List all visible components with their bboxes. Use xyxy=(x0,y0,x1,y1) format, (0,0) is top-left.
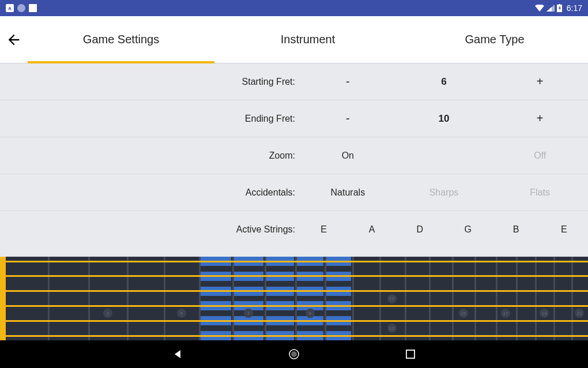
string-option-a[interactable]: A xyxy=(348,224,395,235)
fret-line xyxy=(405,257,406,340)
fret-line xyxy=(325,257,326,340)
string-line xyxy=(6,261,588,262)
tab-label: Instrument xyxy=(281,33,335,46)
fret-line xyxy=(88,257,90,340)
accidentals-option-sharps[interactable]: Sharps xyxy=(396,187,492,198)
fret-line xyxy=(535,257,537,340)
fret-line xyxy=(295,257,297,340)
string-line xyxy=(6,290,588,292)
row-label: Starting Fret: xyxy=(0,77,300,87)
fret-line xyxy=(48,257,50,340)
starting-fret-value: 6 xyxy=(396,76,492,88)
row-active-strings: Active Strings: E A D G B E xyxy=(0,211,588,248)
back-arrow-icon xyxy=(6,32,22,48)
ending-fret-decrement[interactable]: - xyxy=(300,112,396,125)
fret-line xyxy=(452,257,454,340)
fret-marker: 3 xyxy=(103,309,112,318)
clock-text: 6:17 xyxy=(567,3,582,13)
string-line xyxy=(6,275,588,277)
ending-fret-stepper: - 10 + xyxy=(300,112,588,125)
fret-line xyxy=(232,257,234,340)
row-ending-fret: Ending Fret: - 10 + xyxy=(0,100,588,137)
starting-fret-increment[interactable]: + xyxy=(492,75,588,88)
string-option-d[interactable]: D xyxy=(396,224,444,235)
cell-signal-icon xyxy=(546,5,555,12)
fret-line xyxy=(429,257,431,340)
ending-fret-value: 10 xyxy=(396,113,492,125)
fret-line xyxy=(571,257,573,340)
fret-line xyxy=(553,257,555,340)
sd-card-icon xyxy=(29,4,37,12)
tab-label: Game Type xyxy=(465,33,524,46)
string-option-b[interactable]: B xyxy=(492,224,540,235)
fret-marker: 12 xyxy=(387,324,397,333)
top-app-bar: Game Settings Instrument Game Type xyxy=(0,16,588,63)
nav-recents-button[interactable] xyxy=(404,348,417,361)
fret-line xyxy=(379,257,381,340)
accidentals-option-naturals[interactable]: Naturals xyxy=(300,187,396,198)
svg-rect-1 xyxy=(559,4,560,5)
active-strings-group: E A D G B E xyxy=(300,224,588,235)
row-label: Zoom: xyxy=(0,151,300,161)
row-label: Active Strings: xyxy=(0,224,300,235)
ending-fret-increment[interactable]: + xyxy=(492,112,588,125)
zoom-toggle: On Off xyxy=(300,151,588,161)
row-label: Accidentals: xyxy=(0,187,300,198)
status-left: A xyxy=(6,4,37,12)
svg-rect-4 xyxy=(406,350,414,358)
row-label: Ending Fret: xyxy=(0,114,300,124)
sync-icon xyxy=(17,4,25,12)
tab-label: Game Settings xyxy=(83,33,159,46)
fret-marker: 9 xyxy=(306,309,315,318)
keyboard-icon: A xyxy=(6,4,14,12)
settings-list: Starting Fret: - 6 + Ending Fret: - 10 +… xyxy=(0,63,588,248)
row-accidentals: Accidentals: Naturals Sharps Flats xyxy=(0,174,588,211)
tab-strip: Game Settings Instrument Game Type xyxy=(28,16,588,63)
fret-marker: 21 xyxy=(575,309,584,318)
fret-marker: 19 xyxy=(540,309,549,318)
accidentals-option-flats[interactable]: Flats xyxy=(492,187,588,198)
string-option-e-high[interactable]: E xyxy=(540,224,588,235)
android-nav-bar xyxy=(0,340,588,368)
string-option-g[interactable]: G xyxy=(444,224,492,235)
string-line xyxy=(6,335,588,337)
tab-instrument[interactable]: Instrument xyxy=(214,16,401,63)
fret-line xyxy=(127,257,129,340)
row-zoom: Zoom: On Off xyxy=(0,137,588,174)
fret-marker: 15 xyxy=(459,309,468,318)
fret-line xyxy=(199,257,201,340)
string-option-e-low[interactable]: E xyxy=(300,224,348,235)
battery-icon xyxy=(557,4,562,12)
wifi-icon xyxy=(535,5,544,12)
android-status-bar: A 6:17 xyxy=(0,0,588,16)
nav-back-button[interactable] xyxy=(171,348,184,361)
zoom-option-off[interactable]: Off xyxy=(492,151,588,161)
fretboard-nut xyxy=(0,257,6,340)
tab-game-settings[interactable]: Game Settings xyxy=(28,16,214,63)
fret-line xyxy=(164,257,165,340)
accidentals-toggle: Naturals Sharps Flats xyxy=(300,187,588,198)
tab-game-type[interactable]: Game Type xyxy=(401,16,588,63)
row-starting-fret: Starting Fret: - 6 + xyxy=(0,63,588,100)
fret-line xyxy=(474,257,476,340)
fret-marker: 12 xyxy=(387,294,397,303)
fret-line xyxy=(265,257,266,340)
status-right: 6:17 xyxy=(535,3,582,13)
fretboard-diagram[interactable]: 3579121215171921 xyxy=(0,257,588,340)
svg-point-3 xyxy=(291,351,297,357)
zoom-option-on[interactable]: On xyxy=(300,151,396,161)
starting-fret-decrement[interactable]: - xyxy=(300,75,396,88)
string-line xyxy=(6,320,588,322)
back-button[interactable] xyxy=(0,16,28,63)
fret-marker: 5 xyxy=(177,309,186,318)
string-line xyxy=(6,305,588,307)
fret-line xyxy=(496,257,497,340)
nav-home-button[interactable] xyxy=(288,348,300,361)
fret-marker: 7 xyxy=(244,309,253,318)
fret-line xyxy=(516,257,518,340)
starting-fret-stepper: - 6 + xyxy=(300,75,588,88)
fret-line xyxy=(352,257,354,340)
fret-marker: 17 xyxy=(501,309,510,318)
